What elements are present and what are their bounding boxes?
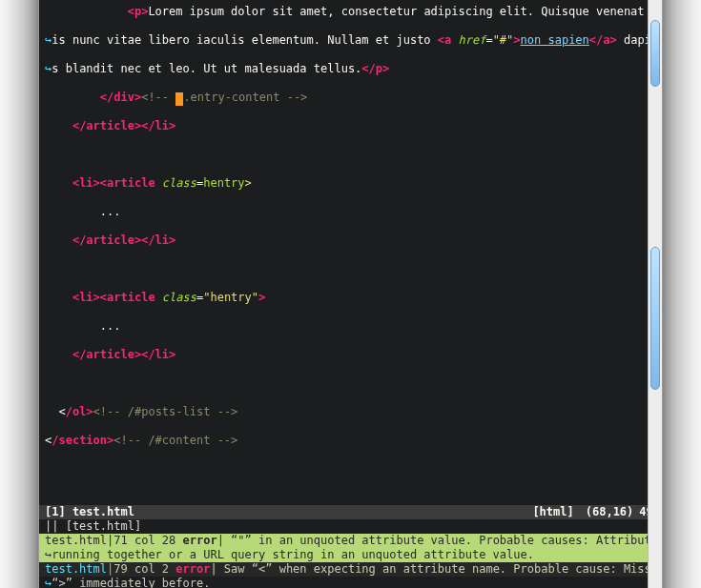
quickfix-row[interactable]: test.html|71 col 28 error| “"” in an unq… [39, 534, 662, 548]
terminal-body: <div class="entry-content"> <p>Lorem ips… [39, 0, 662, 588]
quickfix-row[interactable]: ↪“>” immediately before. [39, 577, 662, 589]
status-filetype: [html] [532, 505, 573, 519]
window: test.html - Vim - ~/Downloads <div class… [38, 0, 663, 588]
status-filename: [1] test.html [45, 505, 532, 519]
cursor [175, 92, 183, 106]
quickfix-row[interactable]: ↪running together or a URL query string … [39, 548, 662, 562]
scrollbar-thumb[interactable] [650, 247, 660, 390]
status-cursor-pos: (68,16) [586, 505, 634, 519]
quickfix-row[interactable]: test.html|79 col 2 error| Saw “<” when e… [39, 562, 662, 577]
scrollbar-thumb[interactable] [650, 20, 660, 87]
editor-pane[interactable]: <div class="entry-content"> <p>Lorem ips… [39, 0, 662, 505]
status-bar: [1] test.html [html] (68,16) 49% [39, 505, 662, 519]
quickfix-list[interactable]: test.html|71 col 28 error| “"” in an unq… [39, 534, 662, 589]
scrollbar[interactable] [648, 0, 662, 588]
quickfix-header: || [test.html] [39, 519, 662, 534]
